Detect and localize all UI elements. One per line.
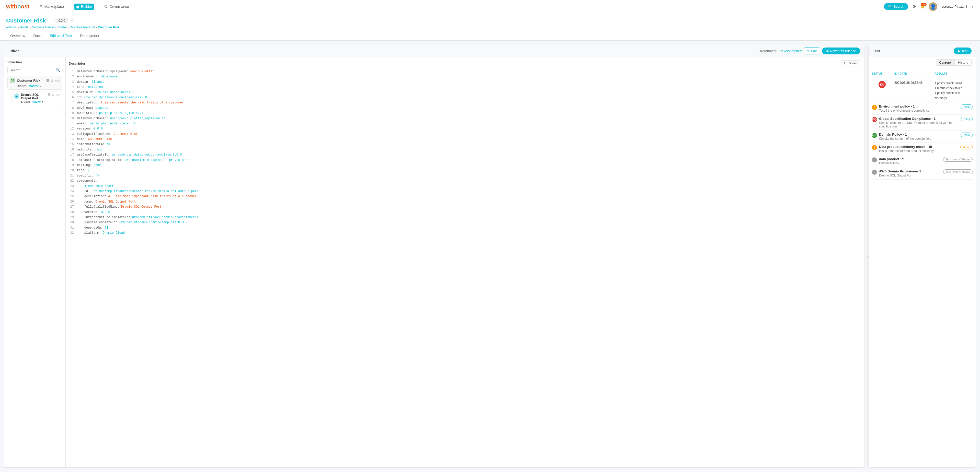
check-item: — AWS Dremio Provisioner:1 Dremio SQL Ou… [872, 167, 973, 179]
structure-title: Structure [7, 60, 62, 64]
check-item: ! Data product similarity check - 15 thi… [872, 143, 973, 155]
structure-search-box: 🔍 [7, 67, 62, 73]
code-line: 5domainId: urn:dmb:dmn:finance [69, 90, 861, 95]
check-title: Data product similarity check - 15 [879, 145, 958, 149]
tab-deployment[interactable]: Deployment [76, 32, 103, 40]
test-tabs: Current History [869, 57, 976, 68]
refresh-button[interactable]: ↻ Refresh [841, 60, 861, 67]
check-title: Domain Policy - 1 [879, 133, 959, 136]
code-area[interactable]: 1dataProductOwnerDisplayName: Paolo Plat… [69, 69, 861, 464]
test-button[interactable]: ▶ Test [954, 48, 972, 54]
check-item: KO Global Specification Compliance - 1 C… [872, 115, 973, 130]
code-line: 2environment: development [69, 74, 861, 79]
search-button[interactable]: 🔍 Search [884, 3, 908, 10]
tree-root-name: Customer Risk [17, 79, 40, 82]
preview-icon[interactable]: ⊙ [51, 79, 54, 82]
code-line: 11email: paolo.platter@agilelab.it [69, 121, 861, 126]
code-line: 4kind: dataproduct [69, 84, 861, 90]
test-title: Test [873, 49, 880, 53]
code-line: 16maturity: null [69, 147, 861, 152]
nav-governance[interactable]: 🛡 Governance [102, 3, 131, 10]
settings-icon[interactable]: ⚙ [912, 4, 916, 10]
nav-builder[interactable]: ▣ Builder [74, 3, 94, 10]
tree-child: ◉ Dremio SQL Output Port Branch: master … [11, 91, 62, 105]
code-line: 7description: this represents the risk t… [69, 100, 861, 105]
page-header: Customer Risk ⋯ 0.0.0 ☆ witboost / Build… [0, 13, 980, 41]
code-line: 13fullyQualifiedName: Customer Risk [69, 131, 861, 137]
tree-child-item[interactable]: ◉ Dremio SQL Output Port Branch: master … [11, 91, 62, 105]
tab-overview[interactable]: Overview [6, 32, 29, 40]
edit-button[interactable]: ✏ Edit [804, 48, 820, 54]
check-tag: Technology Adapter [943, 169, 973, 174]
tree-root-item[interactable]: CR Customer Risk ☰ ⊙ </> Branch: master … [7, 76, 62, 90]
child-branch-selector[interactable]: master [32, 100, 41, 103]
edit-icon: ✏ [807, 49, 810, 53]
check-status-icon: — [872, 157, 877, 162]
code-line: 31 dependsOn: [] [69, 225, 861, 230]
child-list-icon[interactable]: ☰ [48, 93, 51, 97]
builder-icon: ▣ [76, 5, 80, 9]
check-tag: Policy [961, 105, 973, 109]
check-items-list: ! Environment policy - 1 Test if the env… [872, 103, 973, 179]
avatar[interactable]: 👤 [929, 2, 937, 11]
branch-chevron[interactable]: ▾ [40, 85, 41, 88]
check-tag: Metric [960, 145, 973, 149]
structure-search-input[interactable] [10, 68, 56, 72]
chevron-down-icon: ▾ [800, 49, 802, 53]
code-line: 18infrastructureTemplateId: urn:dmb:itm:… [69, 158, 861, 163]
more-icon[interactable]: ⋯ [48, 18, 53, 24]
star-icon[interactable]: ☆ [70, 18, 74, 23]
col-status: STATUS [872, 72, 892, 75]
refresh-icon: ↻ [844, 62, 846, 65]
user-name[interactable]: Lorenzo Pirazzini [942, 5, 967, 8]
code-line: 17useCaseTemplateId: urn:dmb:utm:datapro… [69, 152, 861, 157]
code-line: 1dataProductOwnerDisplayName: Paolo Plat… [69, 69, 861, 74]
tab-current[interactable]: Current [936, 59, 955, 66]
notifications-bell[interactable]: 🔔 99+ [920, 5, 924, 8]
test-panel-header: Test ▶ Test [869, 45, 976, 57]
tab-history[interactable]: History [955, 59, 972, 66]
code-line: 12version: 0.0.0 [69, 126, 861, 131]
check-description: Checks whether the Data Product is compl… [879, 121, 959, 128]
chevron-down-icon[interactable]: ▼ [971, 5, 974, 8]
main-content: Editor Environment: Development ▾ ✏ Edit… [0, 41, 980, 472]
child-code-icon[interactable]: </> [56, 93, 60, 97]
tab-docs[interactable]: Docs [29, 32, 46, 40]
test-column-headers: STATUS ID / DATE RESULTS [872, 71, 973, 78]
code-line: 9ownerGroup: paolo.platter_agilelab.it [69, 111, 861, 116]
check-status-icon: — [872, 169, 877, 175]
top-nav: witboost ⊞ Marketplace ▣ Builder 🛡 Gover… [0, 0, 980, 13]
new-draft-button[interactable]: ⊕ New draft release [822, 48, 860, 54]
drag-handle[interactable]: ⋮ [867, 45, 869, 468]
branch-row: Branch: master ▾ [17, 84, 60, 88]
status-ko-badge: KO [878, 81, 886, 88]
editor-title: Editor [8, 49, 19, 53]
check-description: Dremio SQL Output Port [879, 174, 941, 177]
child-branch-row: Branch: master ▾ [21, 100, 46, 103]
check-description: this is a metric for data product simila… [879, 149, 958, 153]
check-title: Global Specification Compliance - 1 [879, 117, 959, 120]
tree-root-abbr: CR [10, 78, 15, 83]
code-line: 10dataProductOwner: user:paolo.platter_a… [69, 116, 861, 121]
tree-root-header: CR Customer Risk ☰ ⊙ </> [10, 78, 60, 83]
play-icon: ▶ [958, 49, 960, 53]
environment-select[interactable]: Development ▾ [780, 49, 802, 53]
shield-icon: 🛡 [104, 5, 108, 9]
structure-panel: Structure 🔍 CR Customer Risk ☰ ⊙ </> [4, 57, 66, 467]
child-branch-chevron[interactable]: ▾ [42, 100, 43, 103]
list-icon[interactable]: ☰ [46, 79, 49, 82]
descriptor-header: Descriptor ↻ Refresh [69, 60, 861, 67]
logo[interactable]: witboost [6, 3, 29, 10]
search-icon: 🔍 [888, 5, 892, 8]
check-item: — data product 1:1 Customer Risk Technol… [872, 155, 973, 167]
grid-icon: ⊞ [39, 4, 43, 9]
child-preview-icon[interactable]: ⊙ [52, 93, 54, 97]
tab-edit-and-test[interactable]: Edit and Test [46, 32, 76, 40]
code-line: 8devGroup: bigdata [69, 106, 861, 111]
code-icon[interactable]: </> [55, 79, 60, 82]
code-line: 20tags: [] [69, 168, 861, 173]
page-tabs: Overview Docs Edit and Test Deployment [6, 32, 974, 40]
nav-marketplace[interactable]: ⊞ Marketplace [37, 3, 66, 10]
col-id-date: ID / DATE [894, 72, 932, 75]
branch-selector[interactable]: master [29, 84, 38, 88]
